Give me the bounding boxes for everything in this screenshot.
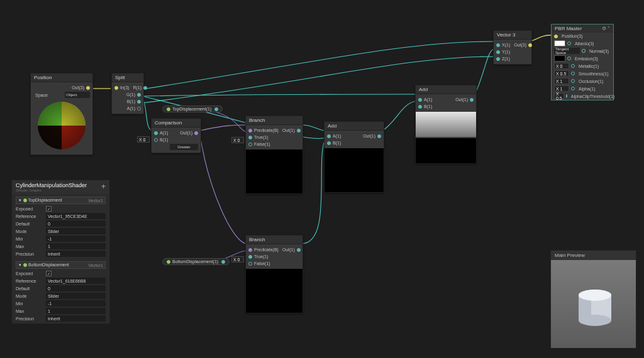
property-pill-topdisplacement[interactable]: TopDisplacement(1) [162, 106, 223, 112]
port-z[interactable] [496, 57, 500, 61]
port-out[interactable] [194, 131, 198, 135]
port-out[interactable] [86, 86, 90, 90]
port-a[interactable] [154, 131, 158, 135]
swatch-emission[interactable] [554, 55, 565, 62]
port-x[interactable] [496, 43, 500, 47]
add-property-button[interactable]: + [101, 182, 106, 192]
dropdown-precision[interactable]: Inherit [46, 251, 106, 257]
pill-icon [167, 107, 170, 111]
port-albedo[interactable] [567, 41, 571, 45]
node-preview [325, 148, 384, 192]
node-split[interactable]: Split In(3) R(1) G(1) B(1) A(1) [111, 73, 144, 114]
port-emission[interactable] [567, 57, 571, 60]
dropdown-normal-space[interactable]: Tangent Space [554, 48, 580, 54]
port-predicate[interactable] [248, 248, 252, 252]
port-a[interactable] [418, 98, 422, 102]
field-default[interactable]: 0 [46, 220, 106, 227]
port-true[interactable] [248, 255, 252, 259]
node-vector3[interactable]: Vector 3 X(1) Out(3) Y(1) Z(1) [493, 30, 532, 65]
property-bottomdisplacement[interactable]: ▾ BottomDisplacement Vector1 Exposed✓ Re… [12, 259, 109, 323]
node-title: Vector 3 [494, 31, 531, 40]
dropdown-mode[interactable]: Slider [46, 228, 106, 234]
value-smoothness[interactable]: X 0.5 [554, 70, 569, 77]
port-y[interactable] [496, 50, 500, 54]
checkbox-exposed[interactable]: ✓ [46, 271, 52, 276]
port-false[interactable] [248, 143, 252, 146]
field-reference[interactable]: Vector1_95CE3D4E [46, 213, 106, 219]
dropdown-space[interactable]: Object [65, 92, 90, 98]
field-min[interactable]: -1 [46, 300, 106, 306]
port-out[interactable] [528, 43, 532, 47]
port-true[interactable] [248, 136, 252, 139]
node-preview [246, 149, 303, 193]
inline-value-x[interactable]: X 0 [137, 136, 150, 143]
gear-icon[interactable]: ⚙ ˅ [602, 26, 610, 31]
main-preview-panel[interactable]: Main Preview [550, 250, 636, 349]
checkbox-exposed[interactable]: ✓ [46, 206, 52, 212]
shader-name: CylinderManipulationShader [16, 182, 87, 188]
port-occlusion[interactable] [571, 79, 575, 83]
port-position[interactable] [554, 35, 558, 38]
value-alphaclip[interactable]: X 0.5 [554, 93, 564, 99]
port-g[interactable] [137, 93, 141, 97]
value-alpha[interactable]: X 1 [554, 85, 569, 92]
node-title: Split [112, 73, 143, 82]
dropdown-precision[interactable]: Inherit [46, 315, 106, 322]
port-alphaclip[interactable] [566, 94, 567, 98]
field-reference[interactable]: Vector1_616E66B8 [46, 278, 106, 284]
property-topdisplacement[interactable]: ▾ TopDisplacement Vector1 Exposed✓ Refer… [12, 194, 109, 259]
port-metallic[interactable] [571, 64, 575, 68]
port-predicate[interactable] [248, 129, 252, 133]
swatch-albedo[interactable] [554, 40, 565, 46]
node-title: Position [31, 73, 92, 82]
cylinder-icon [551, 260, 637, 348]
dropdown-comparison-mode[interactable]: Greater [170, 144, 198, 150]
port-false[interactable] [248, 262, 252, 266]
node-pbr-master[interactable]: PBR Master ⚙ ˅ Position(3) Albedo(3) Tan… [551, 24, 614, 100]
node-title: Branch [246, 116, 303, 125]
shader-path: Shader Graphs [16, 188, 87, 192]
port-out[interactable] [221, 260, 225, 264]
chevron-down-icon[interactable]: ▾ [18, 198, 22, 203]
node-add-2[interactable]: Add A(1) Out(1) B(1) [415, 85, 477, 164]
node-title: Add [325, 122, 384, 131]
node-add-1[interactable]: Add A(1) Out(1) B(1) [324, 121, 384, 193]
inline-value-x[interactable]: X 0 [231, 137, 244, 143]
chevron-down-icon[interactable]: ▾ [18, 263, 22, 268]
svg-point-5 [38, 102, 86, 149]
main-preview-title: Main Preview [551, 251, 636, 260]
field-min[interactable]: -1 [46, 236, 106, 242]
blackboard-panel[interactable]: CylinderManipulationShader Shader Graphs… [11, 180, 110, 324]
property-pill-bottomdisplacement[interactable]: BottomDisplacement(1) [162, 258, 230, 265]
node-position[interactable]: Position Out(3) Space Object [30, 73, 93, 155]
field-default[interactable]: 0 [46, 285, 106, 291]
port-in[interactable] [114, 86, 118, 90]
field-max[interactable]: 1 [46, 308, 106, 314]
port-alpha[interactable] [571, 87, 575, 90]
node-title: PBR Master [555, 26, 582, 31]
value-occlusion[interactable]: X 1 [554, 78, 569, 84]
value-metallic[interactable]: X 0 [554, 63, 569, 69]
port-b[interactable] [418, 105, 422, 109]
port-b[interactable] [154, 138, 158, 142]
field-max[interactable]: 1 [46, 243, 106, 249]
port-a[interactable] [327, 134, 331, 138]
node-title: Comparison [152, 119, 201, 127]
port-out[interactable] [297, 248, 301, 252]
port-out[interactable] [214, 107, 218, 111]
port-smoothness[interactable] [571, 72, 575, 75]
port-normal[interactable] [582, 49, 586, 53]
node-comparison[interactable]: Comparison A(1) Out(1) B(1) Greater [151, 118, 201, 153]
port-b[interactable] [327, 141, 331, 145]
node-branch-1[interactable]: Branch Predicate(B) Out(1) True(1) False… [245, 116, 303, 194]
port-out[interactable] [470, 98, 474, 102]
port-b[interactable] [137, 100, 141, 104]
inline-value-x[interactable]: X 0 [231, 256, 244, 263]
preview-colorwheel [37, 101, 86, 150]
port-r[interactable] [143, 86, 147, 90]
port-a[interactable] [137, 107, 141, 111]
dropdown-mode[interactable]: Slider [46, 293, 106, 299]
node-branch-2[interactable]: Branch Predicate(B) Out(1) True(1) False… [245, 235, 303, 313]
port-out[interactable] [377, 134, 381, 138]
port-out[interactable] [297, 129, 301, 133]
